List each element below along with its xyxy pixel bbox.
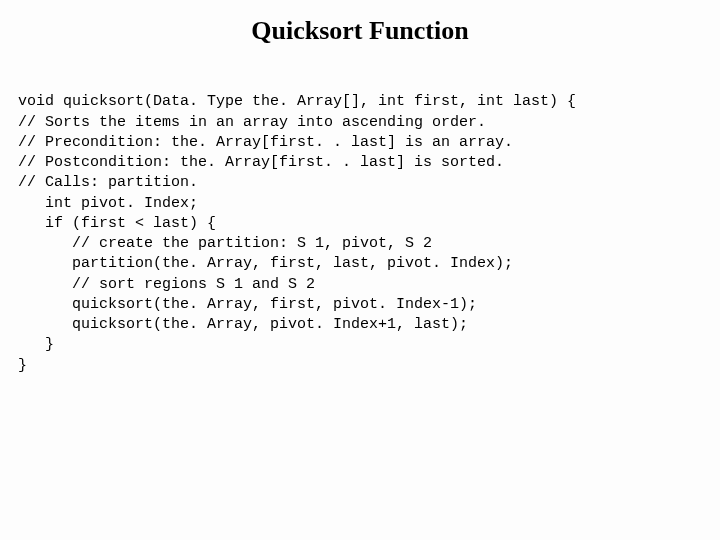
code-line: // Precondition: the. Array[first. . las…: [18, 134, 513, 151]
code-line: // sort regions S 1 and S 2: [18, 276, 315, 293]
code-line: void quicksort(Data. Type the. Array[], …: [18, 93, 576, 110]
code-line: // Sorts the items in an array into asce…: [18, 114, 486, 131]
code-line: // create the partition: S 1, pivot, S 2: [18, 235, 432, 252]
code-line: quicksort(the. Array, pivot. Index+1, la…: [18, 316, 468, 333]
slide-title: Quicksort Function: [18, 16, 702, 46]
code-line: if (first < last) {: [18, 215, 216, 232]
code-line: }: [18, 357, 27, 374]
slide: Quicksort Function void quicksort(Data. …: [0, 0, 720, 540]
code-line: }: [18, 336, 54, 353]
code-line: partition(the. Array, first, last, pivot…: [18, 255, 513, 272]
code-block: void quicksort(Data. Type the. Array[], …: [18, 72, 702, 396]
code-line: int pivot. Index;: [18, 195, 198, 212]
code-line: // Calls: partition.: [18, 174, 198, 191]
code-line: quicksort(the. Array, first, pivot. Inde…: [18, 296, 477, 313]
code-line: // Postcondition: the. Array[first. . la…: [18, 154, 504, 171]
